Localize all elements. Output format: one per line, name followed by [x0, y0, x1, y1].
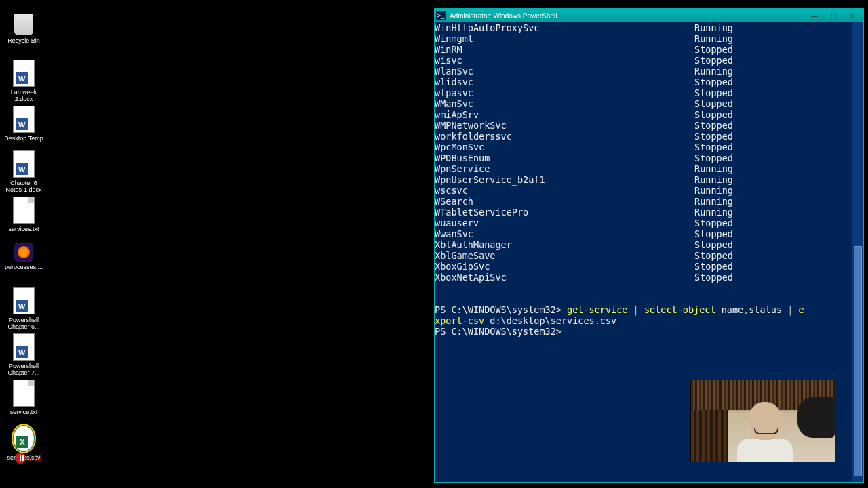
command-line-2: xport-csv d:\desktop\services.csv: [435, 315, 863, 326]
service-row: WlanSvcRunning: [435, 66, 863, 77]
service-row: WpcMonSvcStopped: [435, 142, 863, 152]
service-row: XboxNetApiSvcStopped: [435, 272, 863, 283]
icon-label: Powershell Chapter 7...: [3, 363, 44, 377]
maximize-button[interactable]: ☐: [824, 9, 843, 22]
pause-icon: [15, 453, 26, 464]
service-row: WinRMStopped: [435, 44, 863, 55]
scrollbar[interactable]: [852, 22, 863, 482]
powershell-icon: >_: [436, 11, 446, 20]
window-title: Administrator: Windows PowerShell: [450, 12, 805, 20]
icon-label: Powershell Chapter 6...: [3, 317, 44, 331]
service-row: WPDBusEnumStopped: [435, 152, 863, 163]
icon-label: Desktop Temp: [3, 136, 44, 142]
desktop-icon-recycle-bin[interactable]: Recycle Bin: [3, 14, 44, 45]
icon-label: perocesses....: [3, 264, 44, 271]
service-row: wmiApSrvStopped: [435, 109, 863, 120]
icon-label: Lab week 2.docx: [3, 89, 44, 103]
webcam-overlay: [690, 380, 835, 462]
service-row: wlpasvcStopped: [435, 87, 863, 98]
service-row: WinmgmtRunning: [435, 33, 863, 44]
close-button[interactable]: ✕: [843, 9, 862, 22]
service-row: WwanSvcStopped: [435, 228, 863, 239]
service-row: wscsvcRunning: [435, 185, 863, 196]
service-row: WinHttpAutoProxySvcRunning: [435, 22, 863, 33]
desktop[interactable]: Recycle BinLab week 2.docxDesktop TempCh…: [0, 0, 434, 488]
desktop-icon-psch6[interactable]: Powershell Chapter 6...: [3, 287, 44, 331]
desktop-icon-ch6notes[interactable]: Chapter 6 Notes-1.docx: [3, 150, 44, 194]
recording-indicator: 6:22: [15, 453, 41, 464]
service-row: wlidsvcStopped: [435, 77, 863, 87]
desktop-icon-desktoptemp[interactable]: Desktop Temp: [3, 106, 44, 142]
titlebar[interactable]: >_ Administrator: Windows PowerShell — ☐…: [435, 9, 863, 22]
service-row: wisvcStopped: [435, 55, 863, 66]
command-line-1: PS C:\WINDOWS\system32> get-service | se…: [435, 304, 863, 315]
service-row: WTabletServiceProRunning: [435, 207, 863, 218]
desktop-icon-labweek[interactable]: Lab week 2.docx: [3, 60, 44, 103]
service-row: WMPNetworkSvcStopped: [435, 120, 863, 131]
service-row: WpnServiceRunning: [435, 163, 863, 174]
recording-time: 6:22: [28, 455, 41, 462]
service-row: XblGameSaveStopped: [435, 250, 863, 261]
service-row: WManSvcStopped: [435, 98, 863, 109]
command-prompt[interactable]: PS C:\WINDOWS\system32>: [435, 326, 863, 337]
icon-label: Chapter 6 Notes-1.docx: [3, 180, 44, 194]
minimize-button[interactable]: —: [805, 9, 824, 22]
service-row: WSearchRunning: [435, 196, 863, 207]
scrollbar-thumb[interactable]: [854, 246, 862, 476]
service-row: XblAuthManagerStopped: [435, 239, 863, 250]
icon-label: service.txt: [3, 409, 44, 416]
service-row: wuauservStopped: [435, 218, 863, 228]
icon-label: services.txt: [3, 226, 44, 233]
service-row: workfolderssvcStopped: [435, 131, 863, 142]
icon-label: Recycle Bin: [3, 38, 44, 45]
service-row: XboxGipSvcStopped: [435, 261, 863, 272]
desktop-icon-servicestxt[interactable]: services.txt: [3, 197, 44, 233]
desktop-icon-psch7[interactable]: Powershell Chapter 7...: [3, 333, 44, 377]
desktop-icon-servicetxt[interactable]: service.txt: [3, 380, 44, 416]
service-row: WpnUserService_b2af1Running: [435, 174, 863, 185]
desktop-icon-processes[interactable]: perocesses....: [3, 243, 44, 271]
